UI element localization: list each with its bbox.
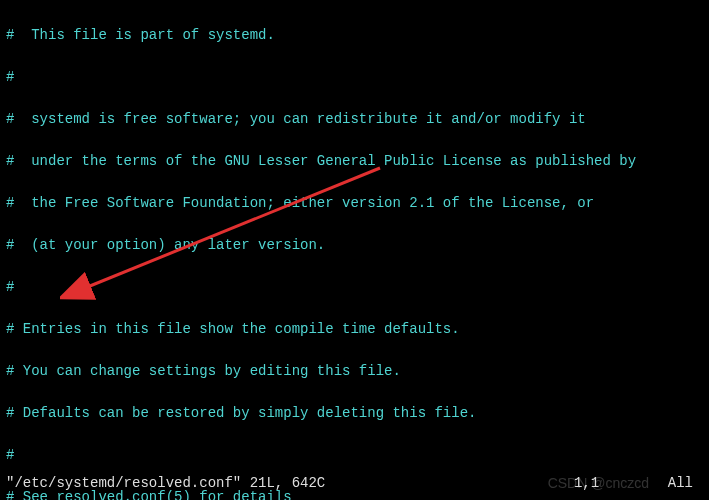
comment-line: # This file is part of systemd. xyxy=(6,25,703,46)
comment-line: # Defaults can be restored by simply del… xyxy=(6,403,703,424)
status-mode: All xyxy=(668,473,703,494)
comment-line: # xyxy=(6,67,703,88)
comment-line: # systemd is free software; you can redi… xyxy=(6,109,703,130)
comment-line: # Entries in this file show the compile … xyxy=(6,319,703,340)
comment-line: # xyxy=(6,445,703,466)
editor-content[interactable]: # This file is part of systemd. # # syst… xyxy=(0,0,709,500)
comment-line: # You can change settings by editing thi… xyxy=(6,361,703,382)
comment-line: # the Free Software Foundation; either v… xyxy=(6,193,703,214)
comment-line: # (at your option) any later version. xyxy=(6,235,703,256)
status-file: "/etc/systemd/resolved.conf" 21L, 642C xyxy=(6,473,325,494)
comment-line: # under the terms of the GNU Lesser Gene… xyxy=(6,151,703,172)
comment-line: # xyxy=(6,277,703,298)
watermark: CSDN @cnczcd xyxy=(548,473,649,494)
